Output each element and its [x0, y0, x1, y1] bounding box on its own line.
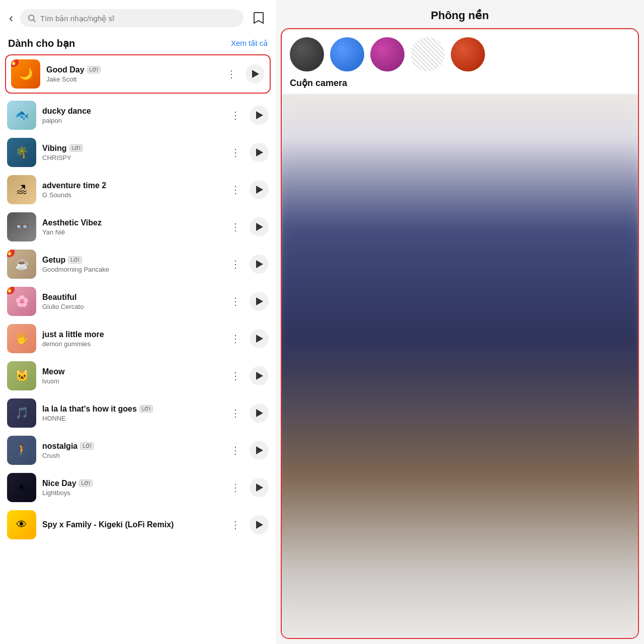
song-item[interactable]: 🚶nostalgiaLỜICrush⋮ — [0, 432, 276, 469]
song-item[interactable]: 🔥☕GetupLỜIGoodmorning Pancake⋮ — [0, 246, 276, 283]
loi-badge: LỜI — [139, 405, 153, 413]
color-swatch-green[interactable] — [411, 37, 445, 71]
more-button[interactable]: ⋮ — [226, 331, 245, 347]
see-all-link[interactable]: Xem tất cả — [231, 39, 268, 48]
play-button[interactable] — [250, 255, 269, 274]
play-button[interactable] — [250, 441, 269, 460]
song-item[interactable]: 👁Spy x Family - Kigeki (LoFi Remix)⋮ — [0, 506, 276, 543]
song-thumbnail: 🔥☕ — [7, 250, 36, 279]
more-button[interactable]: ⋮ — [226, 405, 245, 421]
color-swatch-pink[interactable] — [370, 37, 405, 71]
song-thumbnail: 🚶 — [7, 436, 36, 465]
song-info: VibingLỜICHRISPY — [42, 144, 220, 162]
loi-badge: LỜI — [79, 479, 93, 487]
song-controls: ⋮ — [226, 106, 269, 125]
right-panel: Phông nền Cuộn camera — [276, 0, 644, 644]
bookmark-icon — [253, 12, 264, 25]
more-button[interactable]: ⋮ — [226, 107, 245, 123]
play-button[interactable] — [250, 143, 269, 162]
song-item[interactable]: 🖐just a little moredemon gummies⋮ — [0, 320, 276, 357]
song-name-row: GetupLỜI — [42, 256, 220, 265]
song-name: Beautiful — [42, 293, 76, 302]
play-button[interactable] — [250, 404, 269, 423]
more-button[interactable]: ⋮ — [226, 182, 245, 198]
right-header: Phông nền — [281, 0, 639, 28]
color-swatch-teal[interactable] — [491, 37, 525, 71]
play-icon — [256, 297, 263, 305]
play-button[interactable] — [250, 478, 269, 497]
song-name: Meow — [42, 367, 64, 376]
search-input[interactable] — [40, 14, 236, 23]
song-controls: ⋮ — [226, 366, 269, 385]
play-button[interactable] — [250, 366, 269, 385]
song-controls: ⋮ — [226, 255, 269, 274]
song-artist: Yan Niê — [42, 228, 220, 236]
song-item[interactable]: 🎵la la la that's how it goesLỜIHONNE⋮ — [0, 394, 276, 432]
color-swatch-dark[interactable] — [290, 37, 324, 71]
song-artist: lvusm — [42, 377, 220, 385]
color-swatch-blue[interactable] — [330, 37, 364, 71]
song-name: adventure time 2 — [42, 181, 106, 190]
search-bar — [20, 9, 244, 27]
play-button[interactable] — [250, 292, 269, 311]
song-name-row: Aesthetic Vibez — [42, 218, 220, 227]
song-name: just a little more — [42, 330, 104, 339]
song-list: 🔥🌙Good DayLỜIJake Scott⋮🐟ducky dancepaip… — [0, 54, 276, 644]
song-controls: ⋮ — [226, 404, 269, 423]
more-button[interactable]: ⋮ — [226, 293, 245, 309]
song-controls: ⋮ — [226, 329, 269, 348]
song-info: Good DayLỜIJake Scott — [46, 65, 216, 83]
song-item[interactable]: 🏖adventure time 2G Sounds⋮ — [0, 171, 276, 208]
song-controls: ⋮ — [226, 441, 269, 460]
song-controls: ⋮ — [226, 217, 269, 236]
song-item[interactable]: 🐟ducky dancepaipon⋮ — [0, 97, 276, 134]
song-name-row: Beautiful — [42, 293, 220, 302]
back-button[interactable]: ‹ — [7, 9, 15, 27]
song-artist: HONNE — [42, 415, 220, 422]
song-item[interactable]: 🔥🌙Good DayLỜIJake Scott⋮ — [5, 54, 271, 94]
song-thumbnail: ☀ — [7, 473, 36, 502]
loi-badge: LỜI — [80, 442, 94, 450]
more-button[interactable]: ⋮ — [226, 368, 245, 384]
more-button[interactable]: ⋮ — [226, 219, 245, 235]
song-name-row: VibingLỜI — [42, 144, 220, 153]
play-button[interactable] — [250, 180, 269, 199]
song-artist: Goodmorning Pancake — [42, 266, 220, 273]
play-button[interactable] — [250, 515, 269, 534]
search-icon — [27, 14, 36, 23]
song-controls: ⋮ — [226, 478, 269, 497]
song-name: Aesthetic Vibez — [42, 218, 102, 227]
more-button[interactable]: ⋮ — [226, 517, 245, 533]
play-button[interactable] — [250, 217, 269, 236]
song-item[interactable]: 🐱Meowlvusm⋮ — [0, 357, 276, 394]
color-swatch-orange[interactable] — [451, 37, 485, 71]
song-name-row: la la la that's how it goesLỜI — [42, 405, 220, 414]
song-item[interactable]: 👓Aesthetic VibezYan Niê⋮ — [0, 208, 276, 246]
play-button[interactable] — [250, 329, 269, 348]
song-name: ducky dance — [42, 107, 91, 116]
play-icon — [252, 70, 259, 78]
section-header: Dành cho bạn Xem tất cả — [0, 33, 276, 54]
camera-roll-image[interactable] — [282, 94, 638, 638]
more-button[interactable]: ⋮ — [226, 479, 245, 496]
song-name: Good Day — [46, 65, 85, 74]
song-item[interactable]: ☀Nice DayLỜILightboys⋮ — [0, 469, 276, 506]
more-button[interactable]: ⋮ — [226, 144, 245, 160]
song-thumbnail: 🐱 — [7, 361, 36, 390]
song-artist: paipon — [42, 117, 220, 124]
play-button[interactable] — [250, 106, 269, 125]
more-button[interactable]: ⋮ — [226, 442, 245, 458]
more-button[interactable]: ⋮ — [226, 256, 245, 272]
song-info: just a little moredemon gummies — [42, 330, 220, 348]
bookmark-button[interactable] — [249, 8, 269, 28]
more-button[interactable]: ⋮ — [222, 66, 240, 82]
song-item[interactable]: 🌴VibingLỜICHRISPY⋮ — [0, 134, 276, 171]
song-info: Spy x Family - Kigeki (LoFi Remix) — [42, 520, 220, 529]
play-icon — [256, 521, 263, 529]
play-button[interactable] — [246, 64, 265, 84]
song-item[interactable]: 🔥🌸BeautifulGiulio Cercato⋮ — [0, 283, 276, 320]
song-name-row: ducky dance — [42, 107, 220, 116]
song-thumbnail: 🌴 — [7, 138, 36, 167]
song-controls: ⋮ — [226, 180, 269, 199]
song-controls: ⋮ — [222, 64, 265, 84]
